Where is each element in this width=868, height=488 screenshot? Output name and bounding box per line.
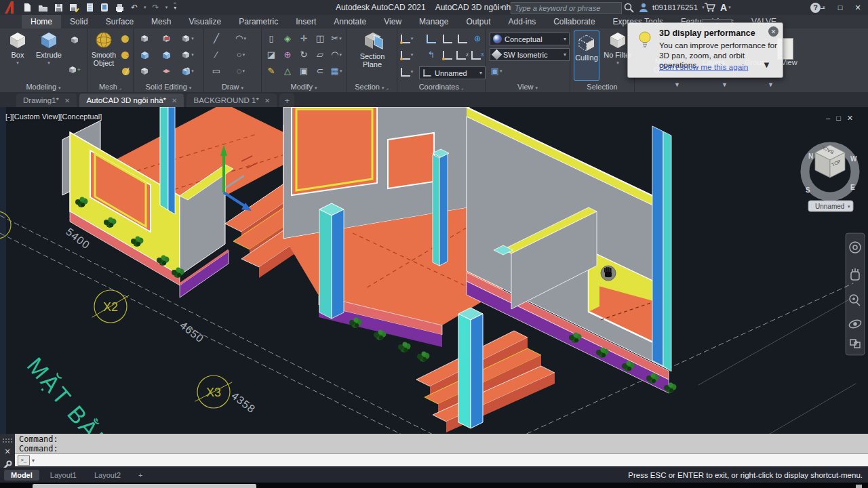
tab-surface[interactable]: Surface: [97, 15, 142, 28]
save-as-icon[interactable]: [69, 3, 79, 12]
panel-label-modify[interactable]: Modify ▾: [262, 83, 346, 91]
slice-icon[interactable]: ▾: [181, 33, 195, 45]
view-preset-dropdown[interactable]: SW Isometric ▾: [490, 48, 570, 61]
viewport-canvas[interactable]: X2 X3 X3 5400 4650 4358 MẶT BẰN: [0, 107, 868, 434]
signin-area[interactable]: t0918176251 ▾: [639, 0, 705, 15]
mesh-crease-icon[interactable]: ╱: [119, 65, 132, 77]
file-tab-background1[interactable]: BACKGROUND 1*✕: [186, 94, 277, 107]
vp-close-icon[interactable]: ✕: [847, 114, 853, 123]
scale-icon[interactable]: ▱: [313, 49, 327, 61]
close-tab-icon[interactable]: ✕: [64, 97, 70, 104]
model-tab[interactable]: Model: [4, 470, 39, 481]
shell-icon[interactable]: [159, 49, 173, 61]
search-input[interactable]: [511, 4, 621, 12]
cart-icon[interactable]: [704, 3, 715, 12]
tab-mesh[interactable]: Mesh: [142, 15, 180, 28]
panel-label-selection[interactable]: Selection: [570, 83, 634, 91]
print-icon[interactable]: [115, 3, 125, 12]
extract-edges-icon[interactable]: ▾: [181, 49, 195, 61]
view-slideout-arrow-icon[interactable]: ▼: [762, 60, 771, 70]
save-icon[interactable]: [54, 3, 63, 12]
view-panel-expand-icon[interactable]: ▼: [768, 81, 774, 88]
erase-icon[interactable]: ◪: [264, 49, 278, 61]
command-close-icon[interactable]: ✕: [0, 447, 15, 456]
undo-dropdown-icon[interactable]: ▾: [144, 5, 146, 10]
array-icon[interactable]: ▦▾: [330, 65, 343, 77]
tab-view[interactable]: View: [375, 15, 410, 28]
line-icon[interactable]: ∕: [210, 49, 223, 61]
autodesk-app-menu[interactable]: A ▾: [720, 0, 731, 15]
undo-icon[interactable]: ↶: [131, 3, 138, 12]
tab-home[interactable]: Home: [22, 15, 61, 28]
plot-sheet-icon[interactable]: [85, 3, 94, 12]
new-drawing-tab-button[interactable]: +: [279, 94, 294, 107]
minimize-button[interactable]: –: [814, 3, 831, 12]
panel-label-solid-editing[interactable]: Solid Editing ▾: [134, 83, 203, 91]
3dscale-icon[interactable]: △: [281, 65, 294, 77]
fillet-icon[interactable]: ◠▾: [330, 49, 343, 61]
layout1-tab[interactable]: Layout1: [43, 470, 83, 481]
ucs-object-icon[interactable]: [441, 33, 454, 45]
rotate-icon[interactable]: ↻: [297, 49, 311, 61]
panel-label-mesh[interactable]: Mesh ⌟: [87, 83, 133, 91]
tab-output[interactable]: Output: [457, 15, 499, 28]
ucs-name-combobox[interactable]: Unnamed ▾: [419, 66, 486, 79]
command-recent-dropdown-icon[interactable]: ▾: [32, 458, 35, 464]
ucs-named-icon[interactable]: [425, 33, 438, 45]
tab-annotate[interactable]: Annotate: [325, 15, 375, 28]
command-grip-icon[interactable]: [2, 438, 13, 443]
ellipse-icon[interactable]: ◌▾: [234, 65, 248, 77]
redo-icon[interactable]: ↷: [153, 3, 159, 12]
viewcube-view-name-pill[interactable]: Unnamed ▾: [808, 201, 853, 211]
ucs-world-icon[interactable]: ⊕: [471, 33, 484, 45]
smooth-object-button[interactable]: SmoothObject: [90, 31, 118, 67]
drawing-viewport[interactable]: X2 X3 X3 5400 4650 4358 MẶT BẰN: [0, 107, 868, 434]
polysolid-icon[interactable]: +: [68, 64, 81, 76]
ucs-show-icon[interactable]: ▾: [400, 66, 414, 78]
new-file-icon[interactable]: [23, 3, 32, 12]
command-prompt-icon[interactable]: >_: [18, 455, 30, 466]
visual-style-dropdown[interactable]: Conceptual ▾: [490, 33, 570, 45]
tab-collaborate[interactable]: Collaborate: [545, 15, 604, 28]
stretch-icon[interactable]: ⊂: [313, 65, 327, 77]
ucs-3point-icon[interactable]: 3: [471, 49, 484, 61]
close-tab-icon[interactable]: ✕: [172, 97, 177, 104]
tab-insert[interactable]: Insert: [287, 15, 325, 28]
command-input-row[interactable]: >_ ▾: [15, 453, 868, 466]
arc-icon[interactable]: ◠▾: [234, 33, 248, 45]
separate-icon[interactable]: ▾: [181, 65, 195, 77]
panel-label-draw[interactable]: Draw ▾: [204, 83, 261, 91]
copy-icon[interactable]: ◫: [313, 33, 327, 45]
redo-dropdown-icon[interactable]: ▾: [165, 5, 168, 10]
culling-button[interactable]: Culling: [574, 30, 599, 81]
tooltip-close-icon[interactable]: ✕: [768, 26, 778, 37]
panel-label-modeling[interactable]: Modeling ▾: [0, 83, 87, 91]
mirror3d-icon[interactable]: ▯: [264, 33, 278, 45]
restore-button[interactable]: □: [831, 3, 849, 12]
autocad-logo-icon[interactable]: [3, 1, 19, 14]
presspull-icon[interactable]: [68, 34, 81, 46]
mesh-reduce-icon[interactable]: −: [119, 49, 132, 61]
section-plane-button[interactable]: SectionPlane: [356, 31, 389, 68]
rotate3d-icon[interactable]: ⊕: [281, 49, 294, 61]
tab-parametric[interactable]: Parametric: [230, 15, 287, 28]
layers-panel-expand-icon[interactable]: ▼: [674, 81, 680, 88]
search-icon[interactable]: [624, 3, 634, 13]
subtract-icon[interactable]: [159, 33, 173, 45]
panel-label-section[interactable]: Section ▾ ⌟: [347, 83, 397, 91]
vp-minimize-icon[interactable]: –: [826, 114, 830, 123]
panel-label-coordinates[interactable]: Coordinates ⌟: [397, 83, 485, 91]
mesh-refine-icon[interactable]: +: [119, 33, 132, 45]
mobile-upload-icon[interactable]: [100, 3, 108, 12]
tab-solid[interactable]: Solid: [61, 15, 97, 28]
command-history[interactable]: Command: Command:: [15, 434, 868, 453]
tab-manage[interactable]: Manage: [410, 15, 457, 28]
groups-panel-expand-icon[interactable]: ▼: [722, 81, 728, 88]
circle-icon[interactable]: ○▾: [234, 49, 248, 61]
viewport-config-icon[interactable]: ▣▾: [490, 65, 503, 77]
trim-icon[interactable]: ✂▾: [330, 33, 343, 45]
union-icon[interactable]: [138, 33, 151, 45]
tab-visualize[interactable]: Visualize: [180, 15, 230, 28]
close-button[interactable]: ✕: [849, 3, 867, 12]
fillet-edge-icon[interactable]: [138, 49, 151, 61]
